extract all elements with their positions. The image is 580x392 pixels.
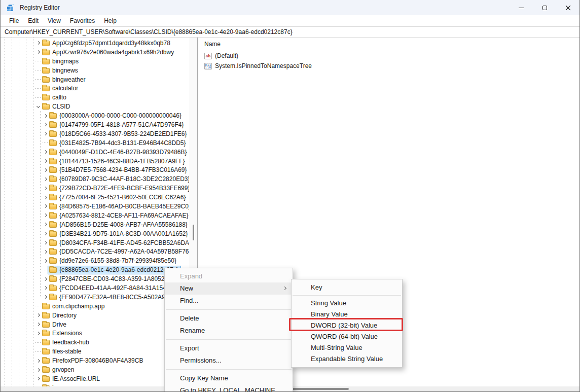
tree-item[interactable]: {729B72CD-B72E-4FE9-BCBF-E954B33FE699} [1,184,189,193]
chevron-right-icon[interactable] [41,293,49,302]
chevron-right-icon[interactable] [34,48,42,57]
scrollbar-thumb[interactable] [193,225,194,240]
chevron-right-icon[interactable] [41,129,49,138]
chevron-right-icon[interactable] [41,202,49,211]
chevron-right-icon[interactable] [41,120,49,129]
chevron-down-icon[interactable] [34,102,42,111]
context-menu-item-delete[interactable]: Delete [165,312,293,325]
tree-item[interactable]: {51B4D7E5-7568-4234-B4BB-47FB3C016A69} [1,165,189,174]
maximize-button[interactable] [533,0,556,15]
context-menu-item-permissions[interactable]: Permissions... [165,354,293,367]
chevron-right-icon[interactable] [41,193,49,202]
tree-item[interactable]: grvopen [1,365,189,374]
tree-item[interactable]: {01474799-05F1-4818-A577-51CA47D976F4} [1,120,189,129]
tree-item[interactable]: {A0257634-8812-4CE8-AF11-FA69ACAEAFAE} [1,211,189,220]
chevron-right-icon[interactable] [34,329,42,338]
context-menu-item-go-to-hkey-local-machine[interactable]: Go to HKEY_LOCAL_MACHINE [165,384,293,392]
tree-item[interactable]: {0440049F-D1DC-4E46-B27B-98393D79486B} [1,148,189,157]
chevron-right-icon[interactable] [34,311,42,320]
chevron-right-icon[interactable] [41,220,49,229]
tree-item[interactable]: {60789D87-9C3C-44AF-B18C-3DE2C2820ED3} [1,174,189,184]
tree-item[interactable]: FirefoxPDF-308046B0AF4A39CB [1,356,189,365]
menu-favorites[interactable]: Favorites [65,16,99,26]
tree-item[interactable]: com.clipchamp.app [1,302,189,311]
tree-item[interactable]: {77257004-6F25-4521-B602-50ECC6EC62A6} [1,193,189,202]
tree-item[interactable]: bingweather [1,75,189,84]
tree-item[interactable]: Extensions [1,329,189,338]
tree-item[interactable]: {0003000A-0000-0000-C000-000000000046} [1,111,189,120]
column-header-name[interactable]: Name [204,41,580,51]
submenu-item-key[interactable]: Key [292,282,402,293]
chevron-right-icon[interactable] [34,320,42,329]
submenu-item-binary-value[interactable]: Binary Value [292,309,402,320]
context-menu-item-copy-key-name[interactable]: Copy Key Name [165,372,293,384]
value-item[interactable]: 011110System.IsPinnedToNamespaceTree [204,61,580,71]
tree-item[interactable]: {AD856B15-D25E-4008-AFB7-AFAA55586188} [1,220,189,229]
context-menu-item-expand[interactable]: Expand [165,270,293,282]
context-menu-item-rename[interactable]: Rename [165,325,293,337]
chevron-right-icon[interactable] [41,238,49,247]
tree-item[interactable]: {DD5CACDA-7C2E-4997-A62A-04A597B58F76} [1,247,189,256]
tree-item[interactable]: Drive [1,320,189,329]
context-menu-item-new[interactable]: New [165,282,293,295]
menu-edit[interactable]: Edit [23,16,43,26]
chevron-right-icon[interactable] [41,184,49,193]
menu-help[interactable]: Help [99,16,121,26]
chevron-right-icon[interactable] [34,356,42,365]
menu-view[interactable]: View [43,16,65,26]
tree-item-label: grvopen [52,366,74,373]
close-button[interactable] [556,0,579,15]
tree-item[interactable]: bingmaps [1,57,189,66]
folder-icon [49,150,57,155]
chevron-right-icon[interactable] [34,365,42,374]
chevron-right-icon[interactable] [41,211,49,220]
submenu-item-string-value[interactable]: String Value [292,298,402,309]
tree-item[interactable]: IE.AssocFile.URL [1,374,189,383]
submenu-item-dword-32-bit-value[interactable]: DWORD (32-bit) Value [292,320,402,331]
tree-item[interactable]: calculator [1,84,189,93]
chevron-right-icon[interactable] [41,229,49,238]
tree-item[interactable]: CLSID [1,102,189,111]
tree-item[interactable]: {10144713-1526-46C9-88DA-1FB52807A9FF} [1,157,189,166]
submenu-item-multi-string-value[interactable]: Multi-String Value [292,342,402,353]
chevron-right-icon[interactable] [41,174,49,184]
tree-item[interactable]: {031E4825-7B94-4dc3-B131-E946B44C8DD5} [1,138,189,148]
chevron-right-icon[interactable] [41,256,49,265]
tree-leaf-connector [34,75,42,84]
tree-item[interactable]: {dd9e72e6-6155-38d8-7b7f-299394f85e50} [1,256,189,265]
tree-item-selected[interactable]: {e88865ea-0e1c-4e20-9aa6-edcd0212c87c} [1,265,189,274]
tree-item[interactable]: AppXzg6fdzp57dpmt1dqardd3y48kkx0qb78 [1,39,189,48]
submenu-item-expandable-string-value[interactable]: Expandable String Value [292,353,402,365]
tree-item[interactable]: feedback-hub [1,338,189,347]
tree-item[interactable]: callto [1,93,189,102]
tree-item[interactable]: {84D68575-E186-46AD-B0CB-BAEB45EE29C0} [1,202,189,211]
chevron-right-icon[interactable] [41,111,49,120]
value-item[interactable]: ab(Default) [204,51,580,61]
chevron-right-icon[interactable] [41,165,49,174]
tree-item[interactable]: AppXzwr976v2e060wada4gabrk1x69h2dbwy [1,48,189,57]
menu-file[interactable]: File [5,16,23,26]
chevron-right-icon[interactable] [41,148,49,157]
chevron-right-icon[interactable] [34,39,42,48]
tree-item[interactable]: bingnews [1,66,189,75]
folder-icon [49,140,57,146]
minimize-button[interactable] [510,0,533,15]
submenu-item-qword-64-bit-value[interactable]: QWORD (64-bit) Value [292,331,402,342]
tree-item[interactable]: {D8034CFA-F34B-41FE-AD45-62FCBB52A6DA} [1,238,189,247]
tree-item[interactable]: Directory [1,311,189,320]
context-menu-item-export[interactable]: Export [165,342,293,354]
tree-item[interactable]: {FCDD4EED-41AA-492F-8A84-31A154 [1,283,189,293]
chevron-right-icon[interactable] [41,283,49,293]
chevron-right-icon[interactable] [34,374,42,383]
chevron-right-icon[interactable] [41,274,49,283]
tree-item[interactable]: {018D5C66-4533-4307-9B53-224DE2ED1FE6} [1,129,189,138]
chevron-right-icon[interactable] [41,247,49,256]
tree-item[interactable]: {D3E34B21-9D75-101A-8C3D-00AA001A1652} [1,229,189,238]
tree-item[interactable]: {FF90D477-E32A-4BE8-8CC5-A502A9 [1,293,189,302]
tree-leaf-connector [34,347,42,356]
context-menu-item-find[interactable]: Find... [165,295,293,307]
address-bar[interactable]: Computer\HKEY_CURRENT_USER\Software\Clas… [1,26,579,38]
chevron-right-icon[interactable] [41,157,49,166]
tree-item[interactable]: files-stable [1,347,189,356]
tree-item[interactable]: {F2847CBE-CD03-4C83-A359-1A8052 [1,274,189,283]
